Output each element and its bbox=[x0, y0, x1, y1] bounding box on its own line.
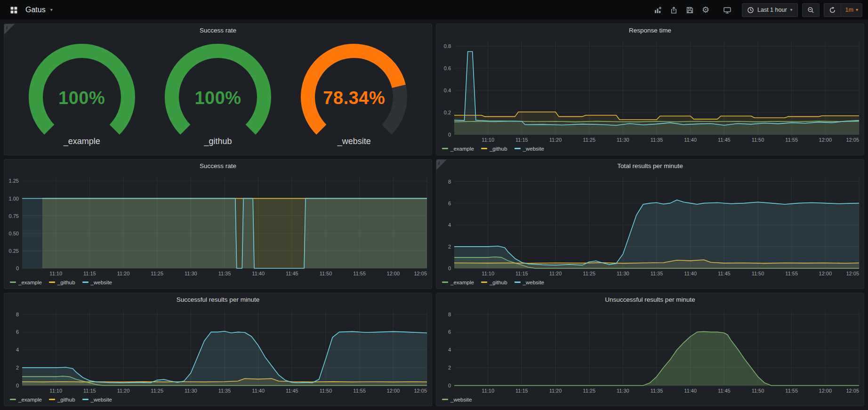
svg-text:11:35: 11:35 bbox=[218, 271, 231, 276]
svg-text:11:25: 11:25 bbox=[583, 388, 595, 394]
panel-response-time: Response time 00.20.40.60.811:1011:1511:… bbox=[436, 24, 864, 155]
dashboard-title[interactable]: Gatus bbox=[25, 6, 46, 14]
svg-text:11:50: 11:50 bbox=[752, 137, 764, 143]
svg-text:11:55: 11:55 bbox=[785, 271, 798, 276]
legend-item[interactable]: _example bbox=[10, 280, 42, 285]
series-color-swatch bbox=[49, 281, 55, 283]
svg-text:11:50: 11:50 bbox=[752, 388, 764, 394]
refresh-interval-dropdown[interactable]: 1m ▾ bbox=[841, 4, 858, 16]
add-panel-icon[interactable] bbox=[651, 3, 665, 17]
svg-text:0.8: 0.8 bbox=[444, 43, 451, 49]
series-color-swatch bbox=[442, 399, 448, 400]
svg-text:11:30: 11:30 bbox=[617, 388, 629, 394]
cycle-view-icon[interactable] bbox=[720, 3, 734, 17]
dashboard-title-caret-icon[interactable]: ▾ bbox=[50, 8, 53, 12]
series-color-swatch bbox=[442, 281, 448, 283]
legend-item[interactable]: _github bbox=[481, 280, 507, 285]
series-name: _github bbox=[490, 146, 507, 152]
gauge-value: 100% bbox=[161, 88, 274, 108]
series-color-swatch bbox=[10, 281, 16, 283]
svg-text:11:20: 11:20 bbox=[117, 388, 130, 394]
series-color-swatch bbox=[481, 281, 487, 283]
svg-text:11:45: 11:45 bbox=[286, 271, 298, 276]
series-name: _website bbox=[91, 280, 112, 285]
refresh-icon bbox=[829, 7, 836, 14]
svg-text:11:25: 11:25 bbox=[583, 271, 595, 276]
apps-grid-icon[interactable] bbox=[7, 3, 21, 17]
gauge-value: 78.34% bbox=[297, 88, 410, 108]
svg-text:11:55: 11:55 bbox=[785, 388, 798, 394]
svg-text:2: 2 bbox=[448, 365, 451, 370]
legend-item[interactable]: _github bbox=[481, 146, 507, 152]
svg-text:0: 0 bbox=[448, 132, 451, 137]
legend-item[interactable]: _github bbox=[49, 280, 75, 285]
svg-text:11:30: 11:30 bbox=[185, 388, 197, 394]
dashboard-grid: i Success rate 100% _example 100% _githu… bbox=[0, 20, 868, 410]
svg-text:11:40: 11:40 bbox=[252, 388, 265, 394]
series-color-swatch bbox=[514, 281, 521, 283]
legend-item[interactable]: _website bbox=[514, 280, 544, 285]
panel-title[interactable]: Successful results per minute bbox=[4, 293, 432, 306]
svg-text:1.25: 1.25 bbox=[9, 178, 19, 184]
svg-text:11:10: 11:10 bbox=[482, 271, 494, 276]
svg-text:0: 0 bbox=[448, 383, 451, 388]
svg-text:11:50: 11:50 bbox=[752, 271, 764, 276]
panel-success-rate-graph: Success rate 00.250.500.751.001.2511:101… bbox=[4, 159, 432, 289]
panel-title[interactable]: Success rate bbox=[4, 160, 432, 172]
svg-text:4: 4 bbox=[448, 347, 451, 353]
svg-text:0: 0 bbox=[16, 265, 19, 271]
share-icon[interactable] bbox=[667, 3, 681, 17]
chart-response-time: 00.20.40.60.811:1011:1511:2011:2511:3011… bbox=[436, 37, 864, 145]
svg-text:6: 6 bbox=[448, 329, 451, 335]
series-color-swatch bbox=[442, 148, 448, 149]
svg-text:8: 8 bbox=[448, 312, 451, 317]
legend-item[interactable]: _github bbox=[49, 397, 75, 402]
legend-item[interactable]: _website bbox=[514, 146, 544, 152]
svg-text:12:00: 12:00 bbox=[387, 271, 400, 276]
svg-text:11:45: 11:45 bbox=[286, 388, 298, 394]
time-range-button[interactable]: Last 1 hour ▾ bbox=[742, 3, 798, 17]
series-color-swatch bbox=[514, 148, 521, 149]
svg-text:11:55: 11:55 bbox=[353, 388, 366, 394]
chart-total-results: 0246811:1011:1511:2011:2511:3011:3511:40… bbox=[436, 172, 864, 278]
series-name: _website bbox=[523, 280, 544, 285]
panel-info-corner-icon[interactable]: i bbox=[4, 24, 15, 34]
legend-item[interactable]: _example bbox=[442, 146, 474, 152]
series-name: _example bbox=[450, 146, 474, 152]
svg-text:8: 8 bbox=[16, 312, 19, 317]
refresh-interval-caret-icon: ▾ bbox=[856, 8, 858, 12]
svg-text:11:35: 11:35 bbox=[651, 137, 663, 143]
svg-text:11:55: 11:55 bbox=[353, 271, 366, 276]
svg-text:11:10: 11:10 bbox=[49, 271, 62, 276]
svg-text:11:20: 11:20 bbox=[549, 137, 562, 143]
panel-title[interactable]: Success rate bbox=[4, 24, 432, 37]
svg-text:11:15: 11:15 bbox=[515, 388, 528, 394]
panel-title[interactable]: Response time bbox=[436, 24, 864, 37]
legend-item[interactable]: _website bbox=[82, 397, 112, 402]
series-color-swatch bbox=[481, 148, 487, 149]
panel-title[interactable]: Total results per minute bbox=[436, 160, 864, 172]
legend-item[interactable]: _example bbox=[10, 397, 42, 402]
svg-text:11:25: 11:25 bbox=[151, 388, 163, 394]
panel-total-results: i Total results per minute 0246811:1011:… bbox=[436, 159, 864, 289]
svg-text:6: 6 bbox=[448, 201, 451, 206]
svg-text:11:45: 11:45 bbox=[718, 137, 731, 143]
chart-successful-results: 0246811:1011:1511:2011:2511:3011:3511:40… bbox=[4, 306, 432, 395]
gear-icon[interactable]: ⚙ bbox=[699, 3, 713, 17]
legend-item[interactable]: _website bbox=[442, 397, 472, 402]
legend-item[interactable]: _example bbox=[442, 280, 474, 285]
svg-text:11:45: 11:45 bbox=[718, 388, 731, 394]
panel-title[interactable]: Unsuccessful results per minute bbox=[436, 293, 864, 306]
svg-text:4: 4 bbox=[16, 347, 19, 353]
panel-successful-results: Successful results per minute 0246811:10… bbox=[4, 293, 432, 406]
gauge-website: 78.34% _website bbox=[297, 42, 410, 146]
chart-legend: _example_github_website bbox=[4, 278, 432, 289]
zoom-out-button[interactable] bbox=[802, 3, 820, 17]
time-range-label: Last 1 hour bbox=[757, 7, 787, 13]
svg-text:11:40: 11:40 bbox=[684, 271, 697, 276]
panel-info-corner-icon[interactable]: i bbox=[436, 160, 447, 170]
legend-item[interactable]: _website bbox=[82, 280, 112, 285]
save-icon[interactable] bbox=[683, 3, 697, 17]
svg-text:11:35: 11:35 bbox=[651, 388, 663, 394]
refresh-button-group[interactable]: 1m ▾ bbox=[824, 3, 862, 17]
